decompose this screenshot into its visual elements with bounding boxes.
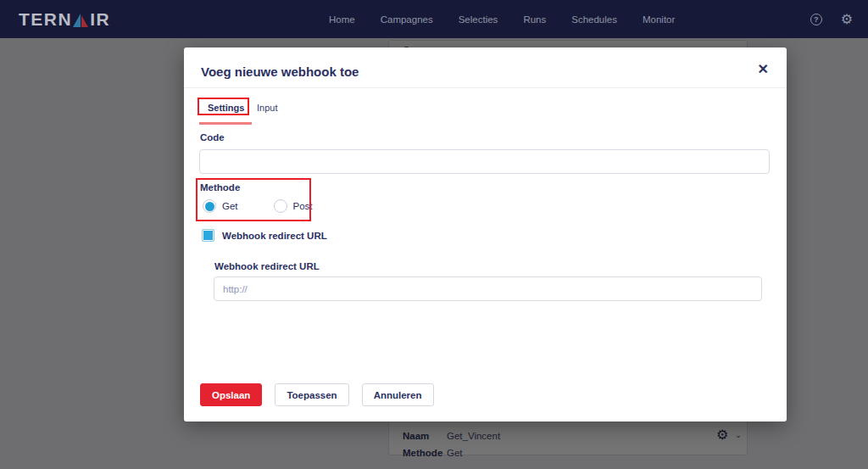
tab-settings[interactable]: Settings [208, 103, 244, 113]
logo-triangle-a-icon [73, 14, 89, 27]
tab-input[interactable]: Input [257, 103, 277, 113]
radio-post-label: Post [293, 201, 313, 211]
main-navigation: Home Campagnes Selecties Runs Schedules … [329, 0, 675, 38]
redirect-url-checkbox-row[interactable]: Webhook redirect URL [202, 229, 327, 242]
nav-item-campagnes[interactable]: Campagnes [381, 14, 433, 25]
code-field-label: Code [200, 132, 225, 142]
help-icon[interactable]: ? [810, 14, 822, 25]
title-divider [184, 87, 787, 88]
top-navbar: TERN IR Home Campagnes Selecties Runs Sc… [0, 0, 868, 38]
active-tab-underline [199, 122, 252, 125]
nav-item-runs[interactable]: Runs [523, 14, 546, 25]
modal-button-row: Opslaan Toepassen Annuleren [200, 383, 434, 406]
radio-post-icon[interactable] [274, 199, 287, 213]
checkbox-checked-icon[interactable] [202, 229, 214, 242]
logo-text-right: IR [90, 9, 110, 30]
methode-radio-group: Get Post [203, 199, 313, 213]
navbar-icons: ? ⚙ [810, 0, 853, 38]
modal-title: Voeg nieuwe webhook toe [201, 64, 359, 79]
close-icon[interactable]: ✕ [758, 63, 769, 76]
radio-get-label: Get [222, 201, 238, 211]
methode-field-label: Methode [200, 182, 240, 193]
radio-option-get[interactable]: Get [203, 199, 238, 213]
radio-option-post[interactable]: Post [274, 199, 313, 213]
opslaan-button[interactable]: Opslaan [200, 383, 262, 406]
redirect-url-field-label: Webhook redirect URL [214, 261, 320, 271]
add-webhook-modal: Voeg nieuwe webhook toe ✕ Settings Input… [184, 47, 787, 422]
settings-gear-icon[interactable]: ⚙ [841, 13, 853, 26]
redirect-checkbox-label: Webhook redirect URL [222, 231, 327, 241]
code-input[interactable] [199, 149, 770, 174]
ternair-logo[interactable]: TERN IR [19, 9, 110, 30]
annuleren-button[interactable]: Annuleren [362, 383, 434, 406]
nav-item-monitor[interactable]: Monitor [643, 14, 675, 25]
logo-text-left: TERN [19, 9, 72, 30]
nav-item-schedules[interactable]: Schedules [571, 14, 617, 25]
nav-item-selecties[interactable]: Selecties [459, 14, 498, 25]
redirect-url-input[interactable] [214, 276, 762, 301]
nav-item-home[interactable]: Home [329, 14, 355, 25]
toepassen-button[interactable]: Toepassen [275, 383, 348, 406]
radio-get-icon[interactable] [203, 199, 216, 213]
